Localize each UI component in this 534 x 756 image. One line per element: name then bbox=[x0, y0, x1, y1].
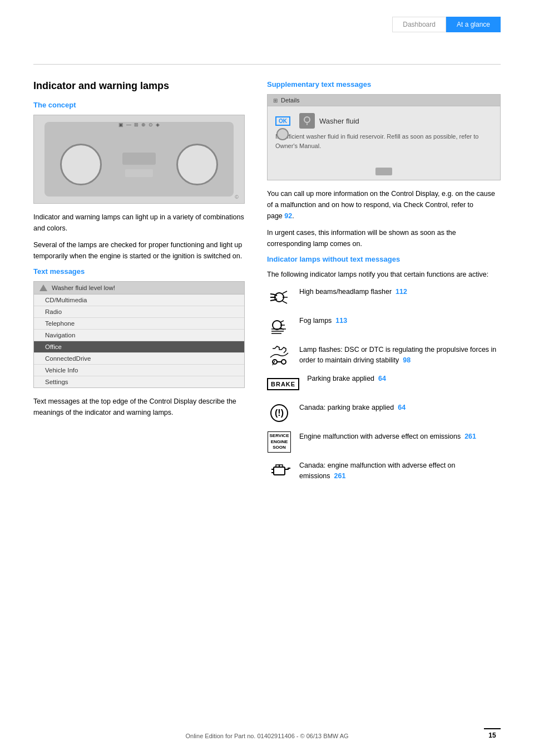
washer-fluid-icon bbox=[299, 113, 315, 129]
highbeam-icon bbox=[267, 288, 291, 307]
lamp-item-5: SERVICEENGINESOONEngine malfunction with… bbox=[267, 431, 501, 453]
supplementary-body-2: In urgent cases, this information will b… bbox=[267, 227, 501, 249]
fog-icon bbox=[267, 317, 291, 336]
image-ref: © bbox=[235, 194, 239, 200]
left-gauge bbox=[60, 144, 102, 185]
lamp-item-1: Fog lamps 113 bbox=[267, 316, 501, 337]
lamp-text-3: Parking brake applied 64 bbox=[307, 374, 501, 384]
menu-items-list: CD/MultimediaRadioTelephoneNavigationOff… bbox=[34, 294, 244, 387]
lamp-text-6: Canada: engine malfunction with adverse … bbox=[299, 460, 501, 482]
warning-triangle-icon bbox=[39, 284, 47, 291]
top-navigation: Dashboard At a glance bbox=[392, 17, 501, 32]
lamp-ref-4: 64 bbox=[398, 404, 406, 411]
left-column: Indicator and warning lamps The concept … bbox=[33, 80, 245, 489]
lamp-icon-highbeam bbox=[267, 287, 291, 308]
lamp-ref-2: 98 bbox=[403, 356, 411, 364]
lamp-icon-dsc bbox=[267, 345, 291, 366]
svg-point-3 bbox=[273, 360, 277, 364]
brake-badge: BRAKE bbox=[267, 378, 299, 390]
lamp-text-0: High beams/headlamp flasher 112 bbox=[299, 287, 501, 297]
indicator-lamps-subtitle: Indicator lamps without text messages bbox=[267, 255, 501, 263]
center-bar bbox=[125, 169, 153, 177]
right-gauge bbox=[176, 144, 218, 185]
menu-item-3: Navigation bbox=[34, 330, 244, 341]
exclamation-circle-icon: (!) bbox=[270, 404, 288, 422]
instr-icon-4: ⊕ bbox=[141, 122, 146, 127]
lamp-ref-1: 113 bbox=[335, 317, 347, 325]
concept-body-2: Several of the lamps are checked for pro… bbox=[33, 239, 245, 262]
supplementary-ref-1: 92 bbox=[284, 212, 292, 220]
right-column: Supplementary text messages ⊞ Details OK bbox=[267, 80, 501, 489]
tab-dashboard[interactable]: Dashboard bbox=[392, 17, 446, 32]
svg-rect-5 bbox=[274, 467, 285, 475]
lamp-item-0: High beams/headlamp flasher 112 bbox=[267, 287, 501, 308]
svg-point-2 bbox=[273, 321, 281, 330]
svg-point-4 bbox=[281, 360, 286, 364]
lamp-item-2: Lamp flashes: DSC or DTC is regulating t… bbox=[267, 345, 501, 366]
concept-subtitle: The concept bbox=[33, 101, 245, 109]
instrument-cluster-image: ▣ — ⊞ ⊕ ⊙ ◈ © bbox=[33, 115, 245, 204]
instr-icon-3: ⊞ bbox=[134, 122, 139, 127]
page-title: Indicator and warning lamps bbox=[33, 80, 245, 92]
tab-at-glance[interactable]: At a glance bbox=[446, 17, 501, 32]
lamp-item-3: BRAKEParking brake applied 64 bbox=[267, 374, 501, 395]
text-messages-subtitle: Text messages bbox=[33, 267, 245, 276]
lamp-ref-0: 112 bbox=[395, 288, 407, 296]
details-label: Details bbox=[281, 97, 300, 104]
details-icon: ⊞ bbox=[273, 97, 278, 104]
page-footer: Online Edition for Part no. 01402911406 … bbox=[0, 733, 534, 739]
lamp-text-2: Lamp flashes: DSC or DTC is regulating t… bbox=[299, 345, 501, 366]
supplementary-display-image: ⊞ Details OK Washer fluid bbox=[267, 94, 501, 180]
ok-badge: OK bbox=[275, 116, 290, 126]
washer-desc: Insufficient washer fluid in fluid reser… bbox=[268, 132, 500, 158]
page-number: 15 bbox=[484, 728, 501, 739]
dsc-icon bbox=[267, 345, 291, 365]
instr-icon-6: ◈ bbox=[156, 122, 160, 127]
lamp-item-4: (!)Canada: parking brake applied 64 bbox=[267, 402, 501, 424]
concept-body-1: Indicator and warning lamps can light up… bbox=[33, 212, 245, 234]
text-message-box: Washer fluid level low! CD/MultimediaRad… bbox=[33, 281, 245, 388]
lamp-ref-6: 261 bbox=[334, 472, 346, 480]
menu-item-7: Settings bbox=[34, 376, 244, 387]
circle-button-icon bbox=[276, 128, 289, 140]
lamp-text-1: Fog lamps 113 bbox=[299, 316, 501, 326]
lamp-items-list: High beams/headlamp flasher 112 Fog lamp… bbox=[267, 287, 501, 482]
supplementary-subtitle: Supplementary text messages bbox=[267, 80, 501, 89]
engine-icon bbox=[267, 463, 291, 479]
lamp-ref-5: 261 bbox=[464, 433, 476, 440]
svg-point-1 bbox=[275, 293, 284, 302]
menu-item-5: ConnectedDrive bbox=[34, 353, 244, 365]
lamp-icon-exclamation: (!) bbox=[267, 402, 291, 424]
menu-item-1: Radio bbox=[34, 306, 244, 318]
lamp-ref-3: 64 bbox=[378, 375, 386, 382]
instr-icon-1: ▣ bbox=[118, 122, 123, 127]
lamp-item-6: Canada: engine malfunction with adverse … bbox=[267, 460, 501, 482]
menu-item-6: Vehicle Info bbox=[34, 365, 244, 376]
center-display bbox=[122, 153, 156, 165]
msg-header: Washer fluid level low! bbox=[34, 282, 244, 294]
instr-icon-2: — bbox=[126, 122, 131, 127]
indicator-lamps-intro: The following indicator lamps notify you… bbox=[267, 269, 501, 280]
svg-rect-7 bbox=[279, 465, 283, 467]
lamp-text-5: Engine malfunction with adverse effect o… bbox=[299, 431, 501, 442]
lamp-icon-engine bbox=[267, 460, 291, 482]
menu-item-2: Telephone bbox=[34, 318, 244, 330]
menu-item-4: Office bbox=[34, 341, 244, 353]
washer-fluid-label: Washer fluid bbox=[319, 117, 359, 125]
menu-item-0: CD/Multimedia bbox=[34, 294, 244, 306]
lamp-icon-brake: BRAKE bbox=[267, 374, 299, 395]
msg-header-text: Washer fluid level low! bbox=[52, 284, 115, 291]
lamp-icon-fog bbox=[267, 316, 291, 337]
svg-rect-6 bbox=[276, 465, 279, 467]
details-bar: ⊞ Details bbox=[268, 95, 500, 106]
lamp-icon-service: SERVICEENGINESOON bbox=[267, 431, 291, 453]
service-engine-icon: SERVICEENGINESOON bbox=[268, 431, 291, 452]
text-messages-body: Text messages at the top edge of the Con… bbox=[33, 396, 245, 418]
svg-point-0 bbox=[304, 117, 310, 122]
instrument-inner: ▣ — ⊞ ⊕ ⊙ ◈ bbox=[44, 122, 234, 197]
instr-icon-5: ⊙ bbox=[149, 122, 153, 127]
content-area: Indicator and warning lamps The concept … bbox=[33, 80, 501, 489]
supplementary-body-1: You can call up more information on the … bbox=[267, 188, 501, 222]
footer-text: Online Edition for Part no. 01402911406 … bbox=[185, 733, 348, 739]
bottom-btn bbox=[375, 168, 392, 175]
